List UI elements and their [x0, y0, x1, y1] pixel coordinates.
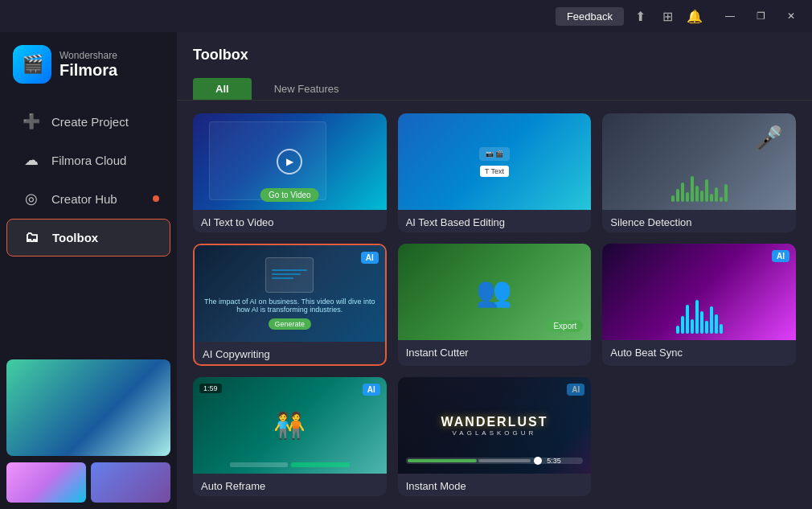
sidebar-thumbnail-2[interactable] — [91, 462, 170, 503]
sidebar-thumbnails — [0, 353, 177, 509]
text-badge: T Text — [480, 166, 509, 177]
tool-label: Auto Reframe — [193, 474, 387, 496]
card-thumbnail: ▶ Go to Video — [193, 113, 387, 210]
card-thumbnail: AI — [602, 244, 796, 340]
creator-hub-icon: ◎ — [23, 190, 40, 207]
tool-grid: ▶ Go to Video AI Text to Video 📷 🎬 — [177, 101, 812, 509]
copy-text: The impact of AI on business. This video… — [195, 298, 385, 314]
mic-icon: 🎤 — [755, 125, 783, 151]
toolbox-icon: 🗂 — [23, 229, 41, 246]
tab-bar: All New Features — [177, 72, 812, 101]
sidebar-thumbnail-1[interactable] — [6, 462, 86, 503]
card-thumbnail: AI WANDERLUST VAGLASKOGUR 5:35 — [398, 377, 592, 474]
card-thumbnail: 👥 Export — [398, 244, 592, 340]
sidebar-item-create-project[interactable]: ➕ Create Project — [6, 103, 170, 140]
grid-icon[interactable]: ⊞ — [656, 5, 679, 27]
sidebar-item-creator-hub[interactable]: ◎ Creator Hub — [6, 180, 170, 217]
maximize-button[interactable]: ❐ — [746, 5, 775, 27]
tool-label: AI Copywriting — [195, 342, 385, 366]
tab-all[interactable]: All — [193, 78, 252, 100]
waveform — [610, 176, 788, 202]
export-button[interactable]: Export — [547, 320, 583, 332]
sidebar-main-thumbnail[interactable] — [6, 359, 170, 456]
sidebar: 🎬 Wondershare Filmora ➕ Create Project ☁… — [0, 32, 177, 509]
logo-brand: Wondershare — [59, 50, 117, 61]
logo-icon: 🎬 — [13, 45, 51, 84]
card-thumbnail: 🎤 — [602, 113, 796, 210]
sidebar-item-label: Creator Hub — [51, 192, 117, 206]
feedback-button[interactable]: Feedback — [556, 7, 624, 26]
logo-area: 🎬 Wondershare Filmora — [0, 32, 177, 96]
timeline-segment — [230, 462, 288, 467]
sidebar-item-label: Toolbox — [52, 231, 98, 244]
creator-hub-notification-dot — [153, 195, 159, 202]
card-thumbnail: AI 1:59 🧑‍🤝‍🧑 — [193, 377, 387, 474]
tool-card-auto-reframe[interactable]: AI 1:59 🧑‍🤝‍🧑 Auto Reframe — [193, 377, 387, 496]
tool-label: Instant Mode — [398, 474, 592, 496]
filmora-cloud-icon: ☁ — [23, 151, 40, 169]
tool-label: Auto Beat Sync — [602, 340, 796, 365]
tool-card-ai-copywriting[interactable]: AI The impact of AI on business. This vi… — [193, 244, 387, 366]
create-project-icon: ➕ — [23, 113, 40, 130]
ai-badge: AI — [772, 250, 789, 262]
copy-monitor — [265, 257, 314, 293]
sidebar-item-label: Create Project — [51, 115, 129, 129]
sidebar-thumbnail-row — [6, 462, 170, 503]
page-title: Toolbox — [193, 47, 248, 63]
editing-panel: 📷 🎬 — [479, 147, 510, 161]
tool-label: AI Text Based Editing — [398, 210, 592, 232]
tool-card-ai-text-based-editing[interactable]: 📷 🎬 T Text AI Text Based Editing — [398, 113, 592, 232]
wanderlust-subtitle: VAGLASKOGUR — [453, 429, 537, 437]
card-thumbnail: 📷 🎬 T Text — [398, 113, 592, 210]
timeline-segment-active — [291, 462, 349, 467]
sidebar-item-filmora-cloud[interactable]: ☁ Filmora Cloud — [6, 142, 170, 179]
main-layout: 🎬 Wondershare Filmora ➕ Create Project ☁… — [0, 32, 812, 509]
tool-card-instant-cutter[interactable]: 👥 Export Instant Cutter — [398, 244, 592, 366]
tool-label: AI Text to Video — [193, 210, 387, 232]
minimize-button[interactable]: — — [716, 5, 744, 27]
tool-card-auto-beat-sync[interactable]: AI Auto Beat Sync — [602, 244, 796, 366]
tool-card-silence-detection[interactable]: 🎤 Si — [602, 113, 796, 232]
instant-mode-timeline: 5:35 — [406, 458, 584, 464]
person-icon: 🧑‍🤝‍🧑 — [273, 410, 306, 441]
people-icon: 👥 — [476, 275, 512, 309]
upload-icon[interactable]: ⬆ — [629, 5, 651, 27]
content-header: Toolbox — [177, 32, 812, 72]
wanderlust-title: WANDERLUST — [441, 415, 548, 429]
go-to-video-button[interactable]: Go to Video — [260, 188, 319, 202]
play-icon: ▶ — [277, 149, 302, 174]
reframe-time: 1:59 — [199, 384, 222, 393]
time-label: 5:35 — [547, 457, 561, 465]
card-thumbnail: AI The impact of AI on business. This vi… — [195, 245, 385, 342]
sidebar-item-label: Filmora Cloud — [51, 154, 126, 167]
window-controls: — ❐ ✕ — [716, 5, 806, 27]
ai-badge: AI — [363, 384, 380, 396]
bell-icon[interactable]: 🔔 — [683, 5, 706, 27]
ai-badge: AI — [361, 252, 379, 264]
title-bar: Feedback ⬆ ⊞ 🔔 — ❐ ✕ — [0, 0, 812, 32]
timeline-handle[interactable] — [534, 457, 542, 465]
tool-card-ai-text-to-video[interactable]: ▶ Go to Video AI Text to Video — [193, 113, 387, 232]
tool-label: Instant Cutter — [398, 340, 592, 365]
tool-card-instant-mode[interactable]: AI WANDERLUST VAGLASKOGUR 5:35 Instant M… — [398, 377, 592, 496]
beat-waveform — [676, 300, 723, 334]
tool-label: Silence Detection — [602, 210, 796, 232]
sidebar-item-toolbox[interactable]: 🗂 Toolbox — [6, 219, 170, 257]
logo-product: Filmora — [59, 61, 117, 79]
close-button[interactable]: ✕ — [777, 5, 806, 27]
copy-generate-button[interactable]: Generate — [269, 318, 312, 330]
nav-items: ➕ Create Project ☁ Filmora Cloud ◎ Creat… — [0, 96, 177, 263]
tab-new-features[interactable]: New Features — [252, 78, 362, 100]
content-area: Toolbox All New Features ▶ Go to Video A… — [177, 32, 812, 509]
